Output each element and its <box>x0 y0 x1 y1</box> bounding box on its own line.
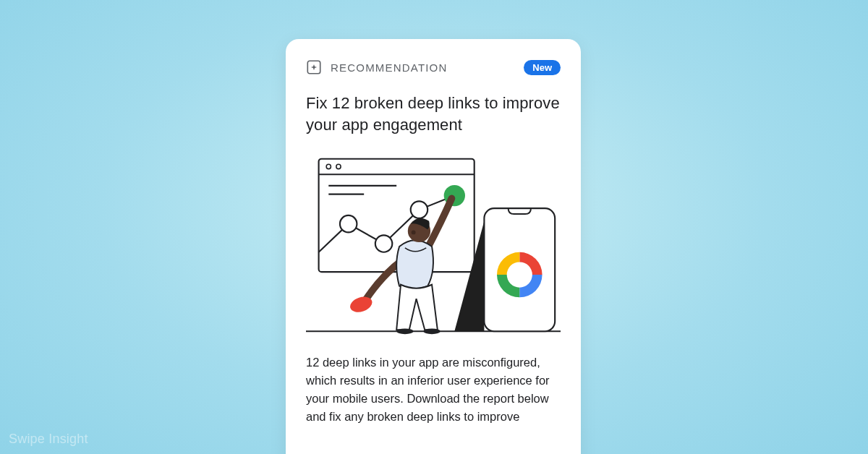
card-title: Fix 12 broken deep links to improve your… <box>306 93 561 135</box>
browser-window-graphic <box>319 159 475 272</box>
card-header: RECOMMENDATION New <box>306 59 561 75</box>
card-illustration <box>306 151 561 339</box>
recommendation-card: RECOMMENDATION New Fix 12 broken deep li… <box>286 39 581 454</box>
watermark-text: Swipe Insight <box>9 432 88 447</box>
svg-point-9 <box>411 202 427 218</box>
recommendation-plus-icon <box>306 59 322 75</box>
card-body-text: 12 deep links in your app are misconfigu… <box>306 354 561 425</box>
svg-point-7 <box>340 215 357 232</box>
svg-rect-13 <box>484 209 555 332</box>
new-badge: New <box>524 60 561 75</box>
svg-point-8 <box>375 236 392 252</box>
svg-point-18 <box>423 329 440 335</box>
card-header-left: RECOMMENDATION <box>306 59 448 75</box>
svg-rect-1 <box>319 159 475 272</box>
recommendation-label: RECOMMENDATION <box>331 61 448 74</box>
svg-point-16 <box>412 231 416 235</box>
svg-point-17 <box>396 329 413 335</box>
